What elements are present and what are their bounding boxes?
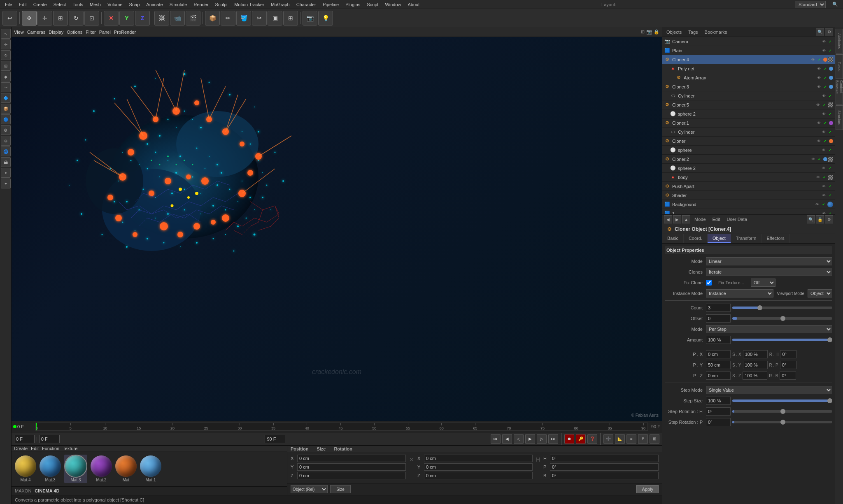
steprotp-slider-handle[interactable] — [780, 420, 785, 425]
obj-row-camera[interactable]: 📷 Camera 👁 ✓ — [662, 37, 835, 46]
fixtexture-select[interactable]: Off On — [751, 279, 775, 287]
cy2-check[interactable]: ✓ — [827, 129, 833, 135]
menu-sculpt[interactable]: Sculpt — [212, 1, 231, 8]
sidebar-move[interactable]: ✛ — [1, 39, 11, 49]
c3-eye[interactable]: 👁 — [816, 84, 822, 90]
sidebar-spline[interactable]: 〰 — [1, 82, 11, 92]
steprotp-input[interactable] — [706, 418, 731, 426]
obj-tab-objects[interactable]: Objects — [664, 29, 684, 35]
pn-check[interactable]: ✓ — [822, 66, 828, 72]
c1-eye[interactable]: 👁 — [816, 120, 822, 126]
menu-motiontracker[interactable]: Motion Tracker — [231, 1, 268, 8]
timeline[interactable]: 0 F 0 5 10 15 — [12, 421, 662, 432]
render-region[interactable]: 📹 — [170, 11, 185, 26]
clones-select[interactable]: Iterate Random Blend — [706, 268, 832, 276]
obj-settings-icon[interactable]: ⚙ — [825, 28, 833, 36]
sz-prop-input[interactable] — [743, 372, 767, 380]
menu-animate[interactable]: Animate — [143, 1, 166, 8]
s2b-eye[interactable]: 👁 — [821, 165, 827, 171]
tab-object[interactable]: Object — [708, 234, 731, 243]
sidebar-nurbs[interactable]: 🔷 — [1, 93, 11, 103]
obj-row-sphere2a[interactable]: ⚪ sphere 2 👁 ✓ — [662, 109, 835, 118]
count-slider-handle[interactable] — [757, 305, 762, 310]
stepsize-slider[interactable] — [732, 399, 832, 402]
vp-tab-prorender[interactable]: ProRender — [114, 30, 136, 35]
obj-tab-bookmarks[interactable]: Bookmarks — [702, 29, 730, 35]
sidebar-cursor[interactable]: ↖ — [1, 29, 11, 39]
cy2-eye[interactable]: 👁 — [821, 129, 827, 135]
sidebar-poly[interactable]: ◆ — [1, 72, 11, 81]
mat-tab-create[interactable]: Create — [14, 446, 28, 451]
size-x-input[interactable] — [424, 455, 533, 462]
paint-tool[interactable]: 🪣 — [236, 11, 251, 26]
pa-eye[interactable]: 👁 — [821, 183, 827, 189]
c1-check[interactable]: ✓ — [822, 120, 828, 126]
material-mat2[interactable]: Mat.2 — [91, 455, 112, 482]
goto-start-btn[interactable]: ⏮ — [491, 434, 501, 444]
edge-tab-content[interactable]: Content Browser — [836, 80, 843, 105]
play-btn[interactable]: ▶ — [525, 434, 535, 444]
menu-window[interactable]: Window — [382, 1, 404, 8]
s2a-eye[interactable]: 👁 — [821, 111, 827, 117]
bd-eye[interactable]: 👁 — [815, 174, 821, 180]
camera-tool[interactable]: 📷 — [303, 11, 317, 26]
tab-basic[interactable]: Basic — [662, 234, 684, 243]
props-settings[interactable]: ⚙ — [825, 215, 833, 223]
move-tool[interactable]: ✛ — [37, 11, 52, 26]
instance-select[interactable]: Instance Multi-Instance — [706, 289, 773, 297]
obj-row-body[interactable]: 🔺 body 👁 ✓ — [662, 173, 835, 182]
c4-eye[interactable]: 👁 — [810, 57, 816, 63]
menu-select[interactable]: Select — [50, 1, 70, 8]
record-btn[interactable]: ⏺ — [564, 434, 574, 444]
obj-search-icon[interactable]: 🔍 — [816, 28, 824, 36]
sidebar-field[interactable]: 🌀 — [1, 146, 11, 156]
menu-file[interactable]: File — [2, 1, 16, 8]
c3-check[interactable]: ✓ — [822, 84, 828, 90]
render-settings[interactable]: 🎬 — [186, 11, 200, 26]
material-mat3[interactable]: Mat.3 — [40, 455, 61, 482]
sy-prop-input[interactable] — [743, 361, 768, 369]
knife-tool[interactable]: ✂ — [252, 11, 267, 26]
sidebar-box[interactable]: 📦 — [1, 104, 11, 114]
stepmode-select[interactable]: Single Value All — [706, 386, 832, 394]
sx-prop-input[interactable] — [743, 350, 768, 358]
vp-tab-options[interactable]: Options — [67, 30, 82, 35]
props-tab-edit[interactable]: Edit — [710, 216, 723, 223]
rot-p-input[interactable] — [550, 463, 659, 471]
rp-prop-input[interactable] — [780, 361, 796, 369]
obj-row-shader[interactable]: ⚙ Shader 👁 ✓ — [662, 191, 835, 200]
obj-row-cloner3[interactable]: ⚙ Cloner.3 👁 ✓ — [662, 82, 835, 91]
menu-volume[interactable]: Volume — [104, 1, 126, 8]
steproth-input[interactable] — [706, 407, 731, 416]
props-tab-mode[interactable]: Mode — [692, 216, 708, 223]
size-z-input[interactable] — [424, 472, 533, 479]
vp-tab-filter[interactable]: Filter — [86, 30, 95, 35]
count-input[interactable] — [706, 304, 731, 312]
menu-pipeline[interactable]: Pipeline — [319, 1, 342, 8]
pos-z-input[interactable] — [297, 472, 406, 479]
sidebar-mograph[interactable]: ⊛ — [1, 136, 11, 146]
render-seq-btn[interactable]: ⊞ — [650, 434, 659, 444]
menu-create[interactable]: Create — [30, 1, 50, 8]
prev-frame-btn[interactable]: ◀ — [502, 434, 512, 444]
cam-eye[interactable]: 👁 — [821, 39, 827, 44]
size-button[interactable]: Size — [330, 485, 351, 493]
c5-check[interactable]: ✓ — [822, 102, 827, 108]
offset-slider-handle[interactable] — [780, 316, 785, 321]
object-list[interactable]: 📷 Camera 👁 ✓ 🟦 Plain 👁 ✓ ⚙ Cloner.4 — [662, 37, 835, 214]
sidebar-sculpt[interactable]: ✦ — [1, 168, 11, 178]
aa-check[interactable]: ✓ — [822, 75, 828, 81]
py-prop-input[interactable] — [706, 361, 731, 369]
props-search[interactable]: 🔍 — [807, 215, 815, 223]
steproth-slider[interactable] — [732, 410, 832, 413]
play-back-btn[interactable]: ◁ — [514, 434, 524, 444]
menu-character[interactable]: Character — [293, 1, 319, 8]
menu-tools[interactable]: Tools — [69, 1, 86, 8]
rh-prop-input[interactable] — [780, 350, 796, 358]
mat-tab-function[interactable]: Function — [42, 446, 59, 451]
menu-render[interactable]: Render — [190, 1, 212, 8]
mat-tab-texture[interactable]: Texture — [63, 446, 77, 451]
bg-eye[interactable]: 👁 — [814, 202, 820, 207]
y-axis[interactable]: Y — [119, 11, 134, 26]
mode-select[interactable]: Linear Radial Grid Array Object — [706, 257, 832, 265]
